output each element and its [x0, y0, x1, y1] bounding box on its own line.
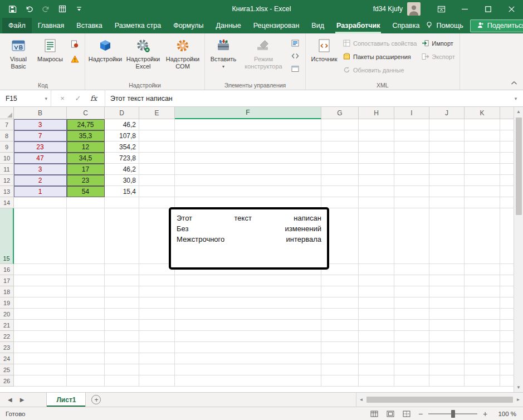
cell-E10[interactable]: [139, 153, 175, 164]
cell-C13[interactable]: 54: [67, 186, 105, 197]
cell-G10[interactable]: [321, 153, 359, 164]
export-button[interactable]: Экспорт: [419, 51, 457, 62]
cell-F17[interactable]: [175, 275, 321, 286]
cell-D24[interactable]: [105, 353, 139, 364]
avatar[interactable]: [407, 2, 421, 16]
row-header-12[interactable]: 12: [0, 175, 14, 186]
cell-F24[interactable]: [175, 353, 321, 364]
map-properties-button[interactable]: Сопоставить свойства: [341, 38, 419, 49]
cell-B9[interactable]: 23: [14, 141, 67, 153]
cell-F22[interactable]: [175, 331, 321, 342]
cell-E21[interactable]: [139, 320, 175, 331]
ribbon-tab-4[interactable]: Формулы: [167, 18, 209, 33]
column-header-I[interactable]: I: [394, 107, 429, 119]
zoom-out-icon[interactable]: −: [417, 409, 424, 418]
cell-D16[interactable]: [105, 264, 139, 275]
cell-K7[interactable]: [465, 119, 500, 130]
cell-G7[interactable]: [321, 119, 359, 130]
cell-C21[interactable]: [67, 320, 105, 331]
cell-B22[interactable]: [14, 331, 67, 342]
vertical-scrollbar[interactable]: ▲ ▼: [514, 107, 523, 392]
cell-C14[interactable]: [67, 197, 105, 208]
enter-check-icon[interactable]: ✓: [70, 94, 86, 102]
cell-H8[interactable]: [359, 130, 394, 141]
cell-C18[interactable]: [67, 286, 105, 297]
cell-G22[interactable]: [321, 331, 359, 342]
cancel-icon[interactable]: ×: [55, 94, 70, 102]
run-dialog-icon[interactable]: [290, 64, 301, 74]
cell-I21[interactable]: [394, 320, 429, 331]
cell-D26[interactable]: [105, 375, 139, 387]
row-header-24[interactable]: 24: [0, 353, 14, 364]
ribbon-display-options-icon[interactable]: [429, 0, 453, 18]
cell-B25[interactable]: [14, 364, 67, 375]
record-macro-icon[interactable]: [69, 39, 80, 49]
row-header-25[interactable]: 25: [0, 364, 14, 375]
cell-H11[interactable]: [359, 164, 394, 175]
cell-D7[interactable]: 46,2: [105, 119, 139, 130]
cell-B15[interactable]: [14, 208, 67, 264]
cell-H25[interactable]: [359, 364, 394, 375]
cell-B10[interactable]: 47: [14, 153, 67, 164]
ribbon-tab-8[interactable]: Разработчик: [330, 18, 386, 33]
cell-J24[interactable]: [429, 353, 465, 364]
cell-B20[interactable]: [14, 309, 67, 320]
cell-I16[interactable]: [394, 264, 429, 275]
cell-F26[interactable]: [175, 375, 321, 387]
cell-J25[interactable]: [429, 364, 465, 375]
name-box[interactable]: F15 ▾: [0, 90, 51, 106]
import-button[interactable]: Импорт: [419, 38, 457, 49]
cell-C7[interactable]: 24,75: [67, 119, 105, 130]
source-button[interactable]: Источник: [308, 35, 340, 81]
expand-formula-bar-icon[interactable]: ▾: [509, 90, 523, 106]
cell-G13[interactable]: [321, 186, 359, 197]
cell-K9[interactable]: [465, 141, 500, 153]
select-all-button[interactable]: [0, 107, 14, 119]
cell-F10[interactable]: [175, 153, 321, 164]
cell-K17[interactable]: [465, 275, 500, 286]
cell-C19[interactable]: [67, 297, 105, 309]
scroll-right-icon[interactable]: ►: [514, 393, 523, 407]
cell-K19[interactable]: [465, 297, 500, 309]
cell-H22[interactable]: [359, 331, 394, 342]
row-header-20[interactable]: 20: [0, 309, 14, 320]
row-header-9[interactable]: 9: [0, 141, 14, 153]
cell-C10[interactable]: 34,5: [67, 153, 105, 164]
cell-H7[interactable]: [359, 119, 394, 130]
cell-G12[interactable]: [321, 175, 359, 186]
column-header-C[interactable]: C: [67, 107, 105, 119]
cell-J18[interactable]: [429, 286, 465, 297]
cell-E25[interactable]: [139, 364, 175, 375]
cell-C22[interactable]: [67, 331, 105, 342]
cell-D25[interactable]: [105, 364, 139, 375]
cell-D12[interactable]: 30,8: [105, 175, 139, 186]
row-header-23[interactable]: 23: [0, 342, 14, 353]
cell-K15[interactable]: [465, 208, 500, 264]
cell-H19[interactable]: [359, 297, 394, 309]
cell-J15[interactable]: [429, 208, 465, 264]
cell-E13[interactable]: [139, 186, 175, 197]
cell-G14[interactable]: [321, 197, 359, 208]
cell-D18[interactable]: [105, 286, 139, 297]
row-header-22[interactable]: 22: [0, 331, 14, 342]
cell-G21[interactable]: [321, 320, 359, 331]
cell-D15[interactable]: [105, 208, 139, 264]
cell-F9[interactable]: [175, 141, 321, 153]
cell-K11[interactable]: [465, 164, 500, 175]
cell-E20[interactable]: [139, 309, 175, 320]
cell-F12[interactable]: [175, 175, 321, 186]
cell-J11[interactable]: [429, 164, 465, 175]
cell-D11[interactable]: 46,2: [105, 164, 139, 175]
cell-I15[interactable]: [394, 208, 429, 264]
row-header-16[interactable]: 16: [0, 264, 14, 275]
tell-me-item[interactable]: Помощь: [426, 21, 463, 31]
cell-E8[interactable]: [139, 130, 175, 141]
zoom-in-icon[interactable]: +: [481, 409, 489, 418]
cell-F11[interactable]: [175, 164, 321, 175]
row-header-10[interactable]: 10: [0, 153, 14, 164]
ribbon-tab-5[interactable]: Данные: [210, 18, 247, 33]
column-header-F[interactable]: F: [175, 107, 321, 119]
cell-F23[interactable]: [175, 342, 321, 353]
cell-H26[interactable]: [359, 375, 394, 387]
cell-J23[interactable]: [429, 342, 465, 353]
